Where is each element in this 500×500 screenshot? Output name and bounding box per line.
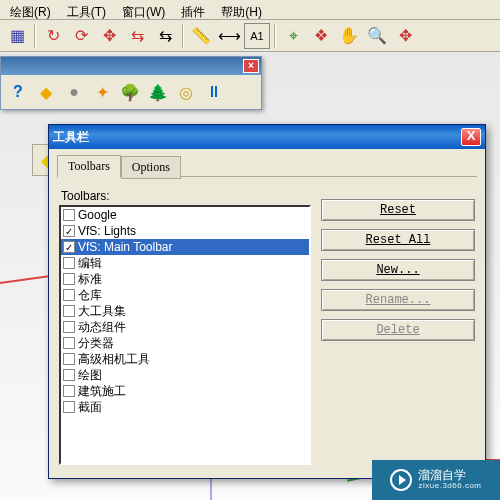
- menu-window[interactable]: 窗口(W): [116, 2, 171, 19]
- tab-options[interactable]: Options: [121, 156, 181, 179]
- walk-icon[interactable]: ⌖: [280, 23, 306, 49]
- help-icon[interactable]: ?: [4, 78, 32, 106]
- sync-red-icon[interactable]: ⇆: [124, 23, 150, 49]
- checkbox[interactable]: [63, 385, 75, 397]
- toolbars-dialog: 工具栏 X ToolbarsOptions Toolbars: GoogleVf…: [48, 124, 486, 479]
- menu-help[interactable]: 帮助(H): [215, 2, 268, 19]
- tree1-icon[interactable]: 🌳: [116, 78, 144, 106]
- sphere-icon[interactable]: ●: [60, 78, 88, 106]
- list-item-label: 大工具集: [78, 303, 126, 320]
- list-item-label: 建筑施工: [78, 383, 126, 400]
- zoom-target-icon[interactable]: ✥: [392, 23, 418, 49]
- list-item-label: 仓库: [78, 287, 102, 304]
- list-item[interactable]: 仓库: [61, 287, 309, 303]
- watermark-sub: zixue.3d66.com: [418, 482, 481, 491]
- floating-toolbar: × ? ◆ ● ✦ 🌳 🌲 ◎ ⏸: [0, 56, 262, 110]
- list-item[interactable]: 截面: [61, 399, 309, 415]
- list-item[interactable]: 标准: [61, 271, 309, 287]
- checkbox[interactable]: [63, 225, 75, 237]
- dialog-titlebar[interactable]: 工具栏 X: [49, 125, 485, 149]
- list-item[interactable]: 高级相机工具: [61, 351, 309, 367]
- redo-loop-icon[interactable]: ⟳: [68, 23, 94, 49]
- dialog-tabs: ToolbarsOptions: [57, 155, 477, 177]
- list-item-label: 绘图: [78, 367, 102, 384]
- checkbox[interactable]: [63, 273, 75, 285]
- menu-draw[interactable]: 绘图(R): [4, 2, 57, 19]
- toolbars-listbox[interactable]: GoogleVfS: LightsVfS: Main Toolbar编辑标准仓库…: [59, 205, 311, 465]
- list-item-label: 分类器: [78, 335, 114, 352]
- orbit-green-icon[interactable]: ❖: [308, 23, 334, 49]
- separator: [274, 24, 276, 48]
- list-item-label: 高级相机工具: [78, 351, 150, 368]
- tab-toolbars[interactable]: Toolbars: [57, 155, 121, 178]
- checkbox[interactable]: [63, 209, 75, 221]
- checkbox[interactable]: [63, 241, 75, 253]
- reset-all-button[interactable]: Reset All: [321, 229, 475, 251]
- text-label-icon[interactable]: A1: [244, 23, 270, 49]
- layers-orange-icon[interactable]: ✦: [88, 78, 116, 106]
- list-item[interactable]: 绘图: [61, 367, 309, 383]
- zoom-icon[interactable]: 🔍: [364, 23, 390, 49]
- list-item-label: VfS: Lights: [78, 224, 136, 238]
- list-item-label: Google: [78, 208, 117, 222]
- checkbox[interactable]: [63, 369, 75, 381]
- list-label: Toolbars:: [61, 189, 311, 203]
- pause-icon[interactable]: ⏸: [200, 78, 228, 106]
- new-button[interactable]: New...: [321, 259, 475, 281]
- main-toolbar: ▦ ↻ ⟳ ✥ ⇆ ⇆ 📏 ⟷ A1 ⌖ ❖ ✋ 🔍 ✥: [0, 20, 500, 52]
- watermark: 溜溜自学 zixue.3d66.com: [372, 460, 500, 500]
- list-item[interactable]: 分类器: [61, 335, 309, 351]
- tree2-icon[interactable]: 🌲: [144, 78, 172, 106]
- menu-bar: 绘图(R) 工具(T) 窗口(W) 插件 帮助(H): [0, 0, 500, 20]
- close-icon[interactable]: X: [461, 128, 481, 146]
- checkbox[interactable]: [63, 321, 75, 333]
- target-icon[interactable]: ◎: [172, 78, 200, 106]
- list-item[interactable]: VfS: Main Toolbar: [61, 239, 309, 255]
- list-item-label: 标准: [78, 271, 102, 288]
- separator: [34, 24, 36, 48]
- checkbox[interactable]: [63, 401, 75, 413]
- checkbox[interactable]: [63, 305, 75, 317]
- checkbox[interactable]: [63, 337, 75, 349]
- sync-black-icon[interactable]: ⇆: [152, 23, 178, 49]
- arrows-4-icon[interactable]: ✥: [96, 23, 122, 49]
- checkbox[interactable]: [63, 257, 75, 269]
- floating-titlebar[interactable]: ×: [1, 57, 261, 75]
- list-item[interactable]: Google: [61, 207, 309, 223]
- delete-button[interactable]: Delete: [321, 319, 475, 341]
- close-icon[interactable]: ×: [243, 59, 259, 73]
- dialog-title: 工具栏: [53, 129, 461, 146]
- play-icon: [390, 469, 412, 491]
- list-item[interactable]: 编辑: [61, 255, 309, 271]
- list-item-label: 编辑: [78, 255, 102, 272]
- tag-yellow-icon[interactable]: ◆: [32, 78, 60, 106]
- checkbox[interactable]: [63, 353, 75, 365]
- list-item[interactable]: 大工具集: [61, 303, 309, 319]
- list-item-label: 截面: [78, 399, 102, 416]
- menu-tools[interactable]: 工具(T): [61, 2, 112, 19]
- reset-button[interactable]: Reset: [321, 199, 475, 221]
- list-item[interactable]: 建筑施工: [61, 383, 309, 399]
- dimension-icon[interactable]: ⟷: [216, 23, 242, 49]
- tape-icon[interactable]: 📏: [188, 23, 214, 49]
- menu-plugins[interactable]: 插件: [175, 2, 211, 19]
- separator: [182, 24, 184, 48]
- layers-icon[interactable]: ▦: [4, 23, 30, 49]
- rename-button[interactable]: Rename...: [321, 289, 475, 311]
- list-item-label: 动态组件: [78, 319, 126, 336]
- hand-icon[interactable]: ✋: [336, 23, 362, 49]
- list-item[interactable]: 动态组件: [61, 319, 309, 335]
- checkbox[interactable]: [63, 289, 75, 301]
- redo-icon[interactable]: ↻: [40, 23, 66, 49]
- list-item-label: VfS: Main Toolbar: [78, 240, 173, 254]
- list-item[interactable]: VfS: Lights: [61, 223, 309, 239]
